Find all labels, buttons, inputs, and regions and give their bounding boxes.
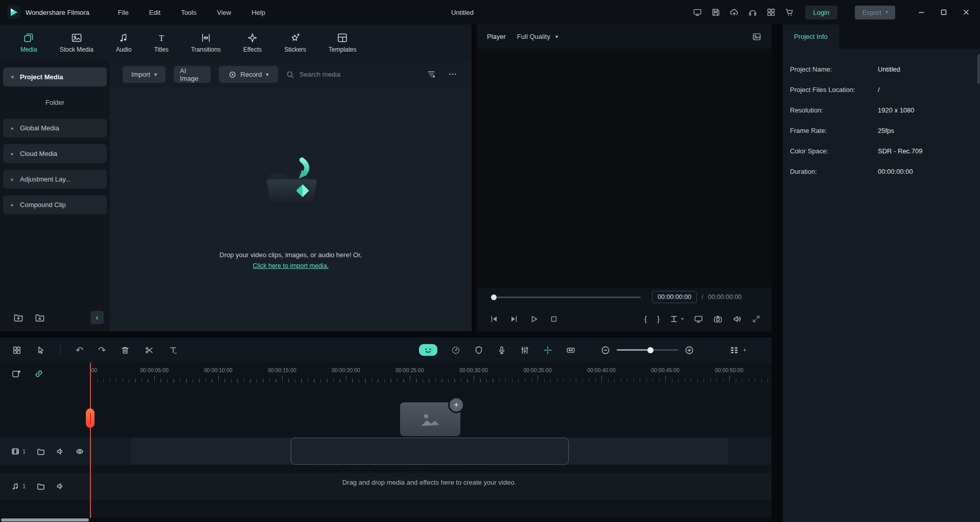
mute-track-icon[interactable] bbox=[56, 482, 64, 490]
redo-icon[interactable]: ↷ bbox=[98, 346, 106, 355]
more-options-icon[interactable] bbox=[448, 70, 457, 79]
seek-handle[interactable] bbox=[491, 294, 497, 300]
split-scissors-icon[interactable] bbox=[145, 346, 154, 355]
import-button[interactable]: Import ▾ bbox=[123, 66, 166, 83]
tab-stickers[interactable]: Stickers bbox=[284, 32, 306, 53]
cart-icon[interactable] bbox=[785, 8, 794, 17]
snapshot-camera-icon[interactable] bbox=[713, 314, 722, 324]
sidebar-item-compound-clip[interactable]: ▸ Compound Clip bbox=[3, 195, 107, 214]
save-icon[interactable] bbox=[711, 8, 720, 17]
sidebar-item-project-media[interactable]: ▾ Project Media bbox=[3, 67, 107, 86]
text-tool-icon[interactable] bbox=[169, 346, 178, 355]
tab-audio[interactable]: Audio bbox=[116, 32, 132, 53]
delete-folder-icon[interactable] bbox=[35, 312, 45, 323]
menu-file[interactable]: File bbox=[118, 9, 129, 16]
export-button[interactable]: Export ▾ bbox=[855, 6, 895, 19]
sidebar-item-cloud-media[interactable]: ▸ Cloud Media bbox=[3, 144, 107, 163]
mark-in-button[interactable]: { bbox=[644, 314, 647, 323]
video-preview[interactable] bbox=[477, 49, 772, 288]
sidebar-item-global-media[interactable]: ▸ Global Media bbox=[3, 119, 107, 138]
tab-transitions[interactable]: Transitions bbox=[191, 32, 221, 53]
audio-mixer-icon[interactable] bbox=[520, 346, 529, 355]
ai-image-button[interactable]: AI Image bbox=[174, 66, 211, 83]
track-folder-icon[interactable] bbox=[37, 482, 45, 490]
panel-scrollbar[interactable] bbox=[977, 54, 979, 84]
timeline-horizontal-scrollbar[interactable] bbox=[0, 518, 772, 522]
previous-frame-icon[interactable] bbox=[490, 315, 498, 323]
timeline-dropzone[interactable] bbox=[291, 438, 569, 465]
select-tool-icon[interactable] bbox=[36, 346, 45, 355]
play-icon[interactable] bbox=[530, 315, 538, 323]
tab-media[interactable]: Media bbox=[20, 32, 37, 53]
maximize-button[interactable] bbox=[940, 9, 947, 16]
tab-titles[interactable]: T Titles bbox=[154, 32, 168, 53]
display-device-icon[interactable] bbox=[694, 314, 703, 324]
tab-templates[interactable]: Templates bbox=[329, 32, 357, 53]
filter-icon[interactable] bbox=[427, 70, 436, 79]
mark-out-button[interactable]: } bbox=[657, 314, 660, 323]
hide-track-eye-icon[interactable] bbox=[76, 447, 84, 456]
display-icon[interactable] bbox=[693, 8, 702, 17]
track-folder-icon[interactable] bbox=[37, 447, 45, 456]
current-timecode[interactable]: 00:00:00:00 bbox=[652, 291, 697, 303]
playhead-handle[interactable] bbox=[86, 408, 95, 428]
menu-help[interactable]: Help bbox=[251, 9, 265, 16]
caret-down-icon[interactable]: ▾ bbox=[743, 348, 746, 353]
link-clips-icon[interactable] bbox=[34, 369, 44, 379]
preview-image-icon[interactable] bbox=[752, 32, 761, 41]
ai-copilot-toggle[interactable] bbox=[419, 344, 437, 356]
voiceover-mic-icon[interactable] bbox=[497, 346, 506, 355]
quick-split-icon[interactable] bbox=[543, 346, 552, 355]
info-value: 1920 x 1080 bbox=[878, 106, 915, 114]
audio-track-lane[interactable] bbox=[0, 473, 772, 500]
scrollbar-thumb[interactable] bbox=[1, 518, 89, 521]
timeline-toolbar: ↶ ↷ bbox=[0, 337, 772, 362]
manage-tracks-icon[interactable] bbox=[12, 346, 21, 355]
login-button[interactable]: Login bbox=[805, 6, 838, 19]
fullscreen-icon[interactable] bbox=[752, 315, 760, 323]
record-dot-icon bbox=[228, 71, 237, 79]
support-headset-icon[interactable] bbox=[748, 8, 757, 17]
sidebar-item-adjustment-layer[interactable]: ▸ Adjustment Lay... bbox=[3, 170, 107, 189]
next-frame-icon[interactable] bbox=[510, 315, 518, 323]
menu-view[interactable]: View bbox=[217, 9, 231, 16]
zoom-out-icon[interactable] bbox=[601, 346, 610, 355]
import-folder-illustration[interactable] bbox=[110, 156, 472, 210]
seek-track[interactable] bbox=[497, 297, 641, 298]
add-media-badge[interactable]: + bbox=[448, 397, 464, 413]
collapse-sidebar-button[interactable]: ‹ bbox=[90, 311, 104, 324]
zoom-in-icon[interactable] bbox=[685, 346, 694, 355]
track-height-icon[interactable] bbox=[730, 346, 739, 355]
undo-icon[interactable]: ↶ bbox=[76, 346, 83, 355]
tab-project-info[interactable]: Project Info bbox=[783, 25, 839, 49]
new-folder-icon[interactable] bbox=[13, 312, 24, 323]
mask-shield-icon[interactable] bbox=[474, 346, 483, 355]
import-media-link[interactable]: Click here to import media. bbox=[253, 262, 329, 269]
volume-icon[interactable] bbox=[733, 314, 742, 324]
minimize-button[interactable] bbox=[918, 9, 925, 16]
delete-icon[interactable] bbox=[121, 346, 130, 355]
menu-tools[interactable]: Tools bbox=[181, 9, 196, 16]
mute-track-icon[interactable] bbox=[56, 447, 64, 456]
media-drop-placeholder[interactable]: + bbox=[400, 402, 460, 436]
search-input[interactable] bbox=[298, 70, 377, 79]
auto-ripple-icon[interactable] bbox=[566, 346, 575, 355]
tab-stock-media[interactable]: Stock Media bbox=[60, 32, 94, 53]
sidebar-item-folder[interactable]: Folder bbox=[0, 93, 110, 112]
record-button[interactable]: Record ▾ bbox=[219, 66, 278, 83]
add-media-to-track-icon[interactable] bbox=[11, 369, 21, 379]
timeline-zoom-slider[interactable] bbox=[617, 349, 678, 351]
stop-icon[interactable] bbox=[550, 315, 558, 323]
menu-edit[interactable]: Edit bbox=[149, 9, 160, 16]
zoom-slider-handle[interactable] bbox=[647, 347, 654, 353]
cloud-upload-icon[interactable] bbox=[730, 8, 739, 17]
tab-effects[interactable]: Effects bbox=[243, 32, 262, 53]
render-preview-icon[interactable] bbox=[451, 346, 460, 355]
close-button[interactable] bbox=[963, 9, 970, 16]
audio-track-header: 1 bbox=[0, 473, 64, 500]
mark-range-button[interactable]: ▾ bbox=[670, 315, 684, 323]
playhead-line[interactable] bbox=[90, 362, 91, 518]
workspace-grid-icon[interactable] bbox=[766, 8, 776, 17]
quality-select[interactable]: Full Quality ▾ bbox=[517, 33, 558, 40]
timeline-ruler[interactable]: 00:00 00:00:05:00 00:00:10:00 00:00:15:0… bbox=[90, 362, 772, 385]
